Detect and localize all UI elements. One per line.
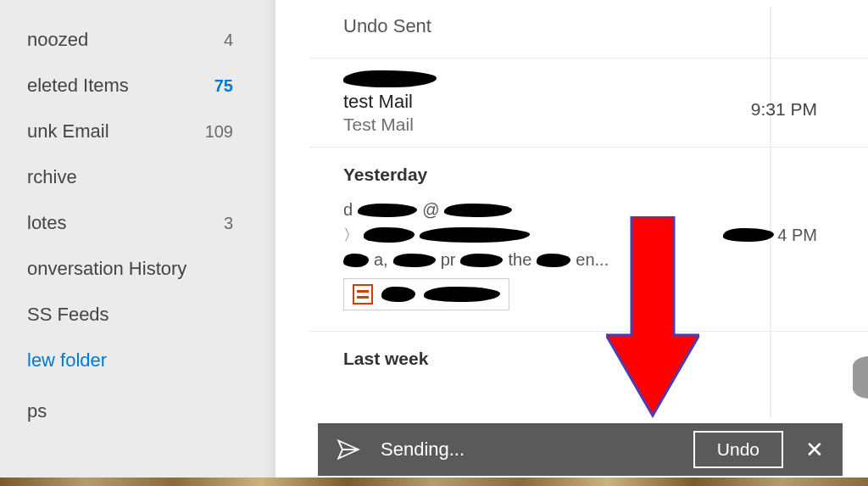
- attachment-chip[interactable]: [343, 278, 509, 310]
- redacted-text: [424, 287, 500, 302]
- sidebar-item-archive[interactable]: rchive: [0, 154, 275, 200]
- sidebar-item-label: unk Email: [27, 120, 109, 142]
- sidebar-item-snoozed[interactable]: noozed 4: [0, 17, 275, 63]
- sidebar-item-count: 109: [205, 122, 233, 142]
- undo-button[interactable]: Undo: [693, 431, 783, 468]
- sending-label: Sending...: [381, 439, 693, 461]
- redacted-text: [420, 227, 530, 243]
- new-folder-label: lew folder: [27, 349, 107, 371]
- sidebar-item-label: onversation History: [27, 258, 186, 280]
- sidebar-item-deleted[interactable]: eleted Items 75: [0, 63, 275, 109]
- send-icon: [337, 438, 360, 461]
- email-time-partial: 4 PM: [723, 226, 817, 245]
- undo-sent-header: Undo Sent: [309, 8, 868, 58]
- sidebar-item-label: eleted Items: [27, 75, 129, 97]
- redacted-text: [358, 204, 417, 217]
- expand-chevron-icon[interactable]: 〉: [343, 225, 359, 245]
- email-list-item[interactable]: d @ 〉 4 PM a, pr the: [309, 193, 868, 322]
- sidebar-item-label: lotes: [27, 212, 66, 234]
- sidebar-item-label: noozed: [27, 29, 88, 51]
- sidebar-item-notes[interactable]: lotes 3: [0, 200, 275, 246]
- email-time: 9:31 PM: [751, 99, 817, 120]
- sidebar-item-count: 4: [224, 31, 233, 50]
- sidebar-item-rss-feeds[interactable]: SS Feeds: [0, 292, 275, 338]
- sidebar-item-conversation-history[interactable]: onversation History: [0, 246, 275, 292]
- sidebar-truncated-item[interactable]: ps: [0, 383, 275, 434]
- sidebar-item-count: 75: [214, 76, 233, 96]
- sidebar-item-label: ps: [27, 400, 47, 422]
- message-list: Undo Sent test Mail Test Mail 9:31 PM Ye…: [275, 0, 868, 486]
- redacted-text: [381, 287, 415, 302]
- redacted-text: [444, 204, 512, 217]
- avatar-edge: [853, 356, 868, 399]
- section-header-yesterday: Yesterday: [309, 147, 868, 193]
- sidebar-item-junk[interactable]: unk Email 109: [0, 109, 275, 154]
- pdf-icon: [353, 284, 373, 304]
- annotation-arrow-icon: [606, 216, 699, 420]
- redacted-text: [537, 254, 570, 267]
- sidebar-item-label: rchive: [27, 166, 77, 188]
- email-list-item[interactable]: test Mail Test Mail 9:31 PM: [309, 58, 868, 147]
- redacted-text: [343, 254, 369, 267]
- folder-sidebar: noozed 4 eleted Items 75 unk Email 109 r…: [0, 0, 275, 486]
- redacted-text: [460, 254, 503, 267]
- redacted-text: [393, 254, 436, 267]
- sending-toast: Sending... Undo ✕: [318, 423, 843, 476]
- taskbar-strip: [0, 478, 868, 486]
- sidebar-item-count: 3: [224, 214, 233, 233]
- sidebar-item-label: SS Feeds: [27, 304, 109, 326]
- close-icon[interactable]: ✕: [798, 433, 831, 466]
- redacted-text: [364, 227, 415, 243]
- redacted-sender: [343, 70, 437, 87]
- redacted-text: [723, 228, 774, 242]
- section-header-lastweek: Last week: [309, 331, 868, 377]
- new-folder-link[interactable]: lew folder: [0, 338, 275, 383]
